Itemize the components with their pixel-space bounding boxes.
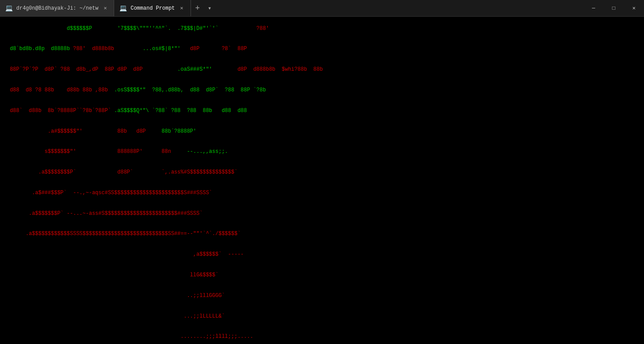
tab-terminal1[interactable]: 💻 dr4g0n@Bidhayak-Ji: ~/netw ✕ bbox=[0, 0, 114, 16]
titlebar: 💻 dr4g0n@Bidhayak-Ji: ~/netw ✕ 💻 Command… bbox=[0, 0, 644, 17]
ascii-art-5: d88` d88b 8b`?8888P``?8b`?88P` .aS$$$$Q*… bbox=[4, 101, 640, 121]
ascii-art-14: ..;;lllGGGG` bbox=[4, 286, 640, 306]
ascii-art-13: llG&$$$$` bbox=[4, 265, 640, 286]
minimize-button[interactable]: ─ bbox=[583, 0, 604, 17]
tab2-label: Command Prompt bbox=[130, 5, 175, 11]
dropdown-icon: ▾ bbox=[208, 4, 211, 12]
ascii-art-7: s$$$$$$$"' 888888P' 88n --...,,ass;;. bbox=[4, 142, 640, 163]
minimize-icon: ─ bbox=[592, 5, 595, 11]
maximize-button[interactable]: □ bbox=[604, 0, 624, 17]
ascii-art-9: .a$###$$$P` --.,~-aqsc#SS$$$$$$$$$$$$$$$… bbox=[4, 183, 640, 203]
ascii-art-6: .a#$$$$$$"' 88b d8P 88b`?8888P' bbox=[4, 121, 640, 142]
ascii-art-11: .a$$$$$$$$$$$$SSSS$$$$$$$$$$$$$$$$$$$$$$… bbox=[4, 224, 640, 245]
ascii-art-3: 88P`?P`?P d8P` ?88 d8b_,dP 88P d8P d8P .… bbox=[4, 60, 640, 80]
ascii-art-4: d88 d8 ?8 88b d88b 88b ,88b .osS$$$$*" ?… bbox=[4, 80, 640, 101]
terminal-area: d$$$$$$P '7$$$$\"""''^^"`. .7$$$|D#"'`'`… bbox=[0, 17, 644, 344]
close-button[interactable]: ✕ bbox=[624, 0, 644, 17]
tab-dropdown-button[interactable]: ▾ bbox=[204, 0, 215, 16]
close-icon: ✕ bbox=[632, 5, 635, 11]
tab2-close-button[interactable]: ✕ bbox=[178, 4, 185, 12]
tab1-label: dr4g0n@Bidhayak-Ji: ~/netw bbox=[16, 5, 98, 11]
ascii-art-10: .a$$$$$$$P` --...~-ass#S$$$$$$$$$$$$$$$$… bbox=[4, 203, 640, 224]
tabs-area: 💻 dr4g0n@Bidhayak-Ji: ~/netw ✕ 💻 Command… bbox=[0, 0, 583, 16]
maximize-icon: □ bbox=[612, 5, 615, 11]
cmd-icon: 💻 bbox=[119, 4, 127, 12]
ascii-art-15: ...;;lLLLLL&` bbox=[4, 306, 640, 327]
add-tab-button[interactable]: + bbox=[191, 0, 205, 16]
add-tab-icon: + bbox=[195, 4, 200, 13]
ascii-art: d$$$$$$P '7$$$$\"""''^^"`. .7$$$|D#"'`'`… bbox=[4, 18, 640, 39]
ascii-art-16: ........;;;llll;;;..... bbox=[4, 327, 640, 344]
ascii-art-12: ,a$$$$$$` ----- bbox=[4, 245, 640, 265]
tab-cmd[interactable]: 💻 Command Prompt ✕ bbox=[114, 0, 191, 16]
terminal-icon: 💻 bbox=[5, 4, 13, 12]
ascii-art-2: d8`bd8b.d8p d8888b ?88' d888b8b ...os#$|… bbox=[4, 39, 640, 60]
ascii-art-8: .a$$$$$$$$P` d88P` `,.ass%#S$$$$$$$$$$$$… bbox=[4, 162, 640, 183]
window-controls: ─ □ ✕ bbox=[583, 0, 644, 16]
tab1-close-button[interactable]: ✕ bbox=[102, 4, 108, 12]
